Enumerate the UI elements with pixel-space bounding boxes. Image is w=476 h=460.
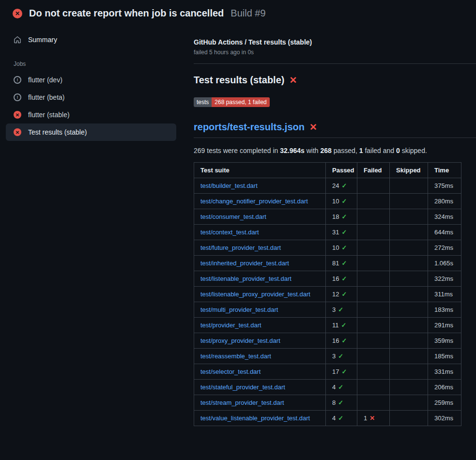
suite-link[interactable]: test/change_notifier_provider_test.dart (200, 198, 308, 205)
col-header-passed: Passed (326, 163, 357, 178)
table-row: test/consumer_test.dart 18✓ 324ms (194, 209, 461, 225)
failed-cell (357, 287, 390, 302)
skipped-cell (390, 225, 428, 240)
skipped-cell (390, 333, 428, 349)
sidebar-item-job-flutter-dev[interactable]: ! flutter (dev) (6, 71, 176, 89)
check-icon: ✓ (341, 368, 347, 375)
passed-cell: 3✓ (326, 349, 357, 364)
failed-cell (357, 209, 390, 225)
run-status-text: failed 5 hours ago in 0s (194, 49, 476, 56)
table-row: test/change_notifier_provider_test.dart … (194, 194, 461, 209)
check-icon: ✓ (341, 182, 347, 189)
badge-label: tests (194, 97, 212, 107)
suite-link[interactable]: test/future_provider_test.dart (200, 244, 281, 251)
failed-cell (357, 395, 390, 411)
check-icon: ✓ (341, 337, 347, 344)
col-header-test-suite: Test suite (194, 163, 326, 178)
passed-cell: 4✓ (326, 380, 357, 395)
failed-cell (357, 302, 390, 318)
sidebar-item-job-flutter-stable[interactable]: ✕ flutter (stable) (6, 106, 176, 123)
passed-cell: 3✓ (326, 302, 357, 318)
table-row: test/future_provider_test.dart 10✓ 272ms (194, 240, 461, 256)
failed-status-icon: ✕ (14, 128, 21, 136)
job-label: flutter (stable) (28, 111, 70, 119)
skipped-cell (390, 349, 428, 364)
suite-link[interactable]: test/stream_provider_test.dart (200, 399, 284, 406)
suite-link[interactable]: test/reassemble_test.dart (200, 353, 271, 360)
suite-link[interactable]: test/value_listenable_provider_test.dart (200, 414, 310, 422)
time-cell: 206ms (428, 380, 461, 395)
x-icon: ✕ (369, 414, 375, 422)
check-icon: ✓ (341, 322, 347, 329)
main-content: GitHub Actions / Test results (stable) f… (182, 25, 476, 426)
suite-link[interactable]: test/builder_test.dart (200, 182, 258, 189)
sidebar-item-job-test-results-stable[interactable]: ✕ Test results (stable) (6, 123, 176, 141)
passed-cell: 10✓ (326, 240, 357, 256)
sidebar-item-summary[interactable]: Summary (6, 31, 176, 48)
suite-link[interactable]: test/proxy_provider_test.dart (200, 337, 280, 344)
skipped-cell (390, 256, 428, 271)
failed-x-icon: ✕ (309, 123, 317, 132)
passed-cell: 81✓ (326, 256, 357, 271)
time-cell: 331ms (428, 364, 461, 380)
table-header-row: Test suite Passed Failed Skipped Time (194, 163, 461, 178)
suite-link[interactable]: test/listenable_provider_test.dart (200, 275, 292, 282)
time-cell: 311ms (428, 287, 461, 302)
suite-link[interactable]: test/multi_provider_test.dart (200, 306, 278, 313)
header-divider (194, 63, 476, 64)
table-row: test/reassemble_test.dart 3✓ 185ms (194, 349, 461, 364)
job-label: flutter (dev) (28, 76, 62, 84)
time-cell: 280ms (428, 194, 461, 209)
badge-value: 268 passed, 1 failed (212, 97, 269, 107)
suite-link[interactable]: test/selector_test.dart (200, 368, 261, 375)
suite-link[interactable]: test/context_test.dart (200, 229, 259, 236)
check-icon: ✓ (338, 306, 343, 313)
check-icon: ✓ (338, 383, 343, 391)
breadcrumb: GitHub Actions / Test results (stable) (194, 38, 476, 46)
failed-cell (357, 380, 390, 395)
table-row: test/stateful_provider_test.dart 4✓ 206m… (194, 380, 461, 395)
passed-cell: 10✓ (326, 194, 357, 209)
time-cell: 272ms (428, 240, 461, 256)
time-cell: 375ms (428, 178, 461, 194)
skipped-cell (390, 240, 428, 256)
results-table-body: test/builder_test.dart 24✓ 375ms test/ch… (194, 178, 461, 426)
suite-link[interactable]: test/provider_test.dart (200, 322, 261, 329)
passed-cell: 18✓ (326, 209, 357, 225)
sidebar-item-job-flutter-beta[interactable]: ! flutter (beta) (6, 89, 176, 106)
table-row: test/context_test.dart 31✓ 644ms (194, 225, 461, 240)
skipped-cell (390, 395, 428, 411)
check-icon: ✓ (341, 198, 347, 205)
check-icon: ✓ (341, 244, 347, 251)
tests-badge: tests 268 passed, 1 failed (194, 97, 270, 107)
table-row: test/multi_provider_test.dart 3✓ 183ms (194, 302, 461, 318)
report-file-link[interactable]: reports/test-results.json (194, 122, 305, 133)
run-header: ✕ Do not create report when job is cance… (0, 0, 476, 25)
time-cell: 1.065s (428, 256, 461, 271)
skipped-cell (390, 411, 428, 426)
table-row: test/proxy_provider_test.dart 16✓ 359ms (194, 333, 461, 349)
summary-text: 269 tests were completed in 32.964s with… (194, 147, 476, 154)
passed-cell: 24✓ (326, 178, 357, 194)
skipped-cell (390, 302, 428, 318)
job-label: flutter (beta) (28, 93, 64, 101)
check-icon: ✓ (338, 353, 343, 360)
table-row: test/inherited_provider_test.dart 81✓ 1.… (194, 256, 461, 271)
failed-cell (357, 349, 390, 364)
suite-link[interactable]: test/consumer_test.dart (200, 213, 266, 220)
check-icon: ✓ (338, 414, 343, 422)
failed-status-icon: ✕ (14, 111, 21, 119)
suite-link[interactable]: test/stateful_provider_test.dart (200, 383, 285, 391)
time-cell: 291ms (428, 318, 461, 333)
suite-link[interactable]: test/listenable_proxy_provider_test.dart (200, 291, 310, 298)
skipped-cell (390, 380, 428, 395)
check-icon: ✓ (341, 260, 347, 267)
jobs-section-label: Jobs (6, 61, 176, 67)
suite-link[interactable]: test/inherited_provider_test.dart (200, 260, 289, 267)
neutral-status-icon: ! (14, 76, 21, 84)
time-cell: 359ms (428, 333, 461, 349)
skipped-cell (390, 364, 428, 380)
failed-x-icon: ✕ (289, 76, 297, 85)
time-cell: 185ms (428, 349, 461, 364)
sidebar: Summary Jobs ! flutter (dev) ! flutter (… (0, 25, 182, 141)
